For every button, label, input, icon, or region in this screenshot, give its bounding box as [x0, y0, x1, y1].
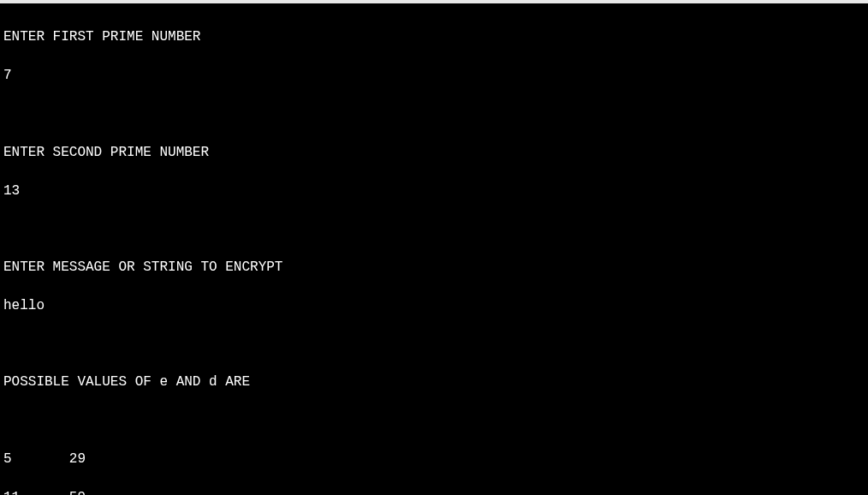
blank-line	[3, 219, 868, 238]
d-value: 59	[69, 488, 86, 495]
e-value: 11	[3, 488, 69, 495]
blank-line	[3, 104, 868, 123]
d-value: 29	[69, 450, 86, 468]
prompt-second-prime: ENTER SECOND PRIME NUMBER	[3, 143, 868, 162]
blank-line	[3, 411, 868, 430]
ed-pair-row: 529	[3, 450, 868, 468]
label-possible-values: POSSIBLE VALUES OF e AND d ARE	[3, 373, 868, 391]
ed-pair-row: 1159	[3, 488, 868, 495]
value-first-prime: 7	[3, 66, 868, 85]
prompt-message: ENTER MESSAGE OR STRING TO ENCRYPT	[3, 258, 868, 277]
e-value: 5	[3, 450, 69, 468]
prompt-first-prime: ENTER FIRST PRIME NUMBER	[3, 27, 868, 46]
value-message: hello	[3, 296, 868, 315]
value-second-prime: 13	[3, 182, 868, 200]
terminal-output: ENTER FIRST PRIME NUMBER 7 ENTER SECOND …	[0, 3, 868, 495]
blank-line	[3, 335, 868, 354]
